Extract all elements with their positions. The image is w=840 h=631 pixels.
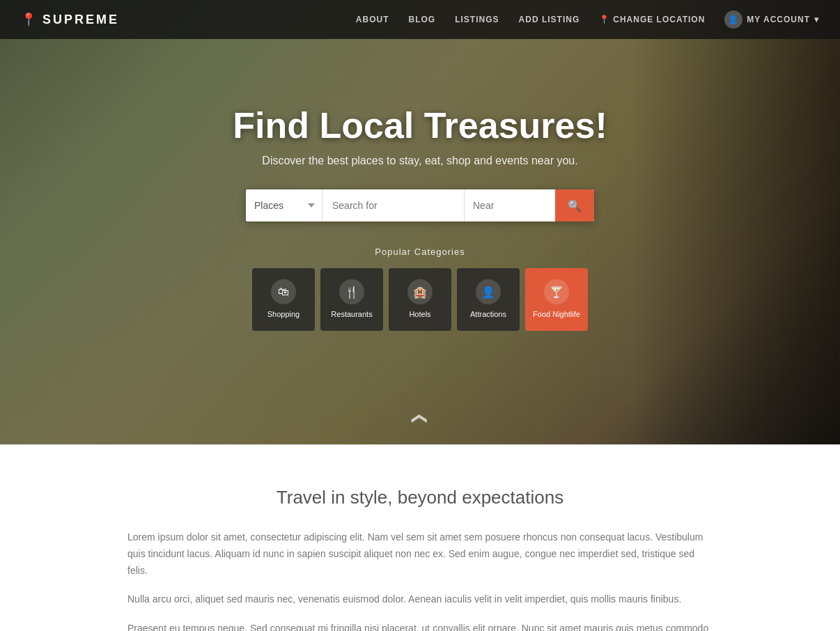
- nav-my-account[interactable]: 👤 MY ACCOUNT ▾: [724, 10, 819, 29]
- nav-change-location[interactable]: 📍CHANGE LOCATION: [599, 15, 705, 24]
- nav-about[interactable]: ABOUT: [356, 15, 389, 24]
- categories-label: Popular Categories: [375, 247, 465, 257]
- logo-text: SUPREME: [42, 13, 119, 27]
- nav-links: ABOUT BLOG LISTINGS ADD LISTING 📍CHANGE …: [356, 10, 819, 29]
- logo[interactable]: 📍 SUPREME: [21, 12, 119, 27]
- category-attractions[interactable]: 👤 Attractions: [457, 268, 520, 331]
- account-avatar: 👤: [724, 10, 742, 29]
- content-body: Lorem ipsum dolor sit amet, consectetur …: [127, 529, 713, 631]
- shopping-icon: 🛍: [271, 279, 296, 304]
- category-food-nightlife-label: Food Nightlife: [533, 310, 580, 319]
- search-bar: Places Restaurants Hotels Shopping Attra…: [246, 189, 594, 221]
- category-hotels-label: Hotels: [409, 310, 430, 319]
- search-near-input[interactable]: [464, 189, 555, 221]
- categories-section: Popular Categories 🛍 Shopping 🍴 Restaura…: [252, 247, 588, 331]
- search-button[interactable]: 🔍: [555, 189, 594, 221]
- category-shopping[interactable]: 🛍 Shopping: [252, 268, 315, 331]
- categories-grid: 🛍 Shopping 🍴 Restaurants 🏨 Hotels 👤 Attr…: [252, 268, 588, 331]
- search-text-input[interactable]: [322, 189, 464, 221]
- category-hotels[interactable]: 🏨 Hotels: [389, 268, 451, 331]
- hotels-icon: 🏨: [407, 279, 433, 304]
- category-shopping-label: Shopping: [267, 310, 300, 319]
- content-section: Travel in style, beyond expectations Lor…: [0, 444, 840, 631]
- logo-pin-icon: 📍: [21, 12, 38, 27]
- hero-content: Find Local Treasures! Discover the best …: [0, 0, 840, 331]
- attractions-icon: 👤: [476, 279, 501, 304]
- scroll-down-arrow[interactable]: ❮: [411, 412, 429, 425]
- content-paragraph-1: Lorem ipsum dolor sit amet, consectetur …: [127, 529, 713, 579]
- navigation: 📍 SUPREME ABOUT BLOG LISTINGS ADD LISTIN…: [0, 0, 840, 39]
- category-attractions-label: Attractions: [470, 310, 506, 319]
- location-pin-icon: 📍: [599, 15, 610, 24]
- hero-subtitle: Discover the best places to stay, eat, s…: [262, 155, 577, 167]
- search-icon: 🔍: [568, 199, 582, 212]
- content-title: Travel in style, beyond expectations: [56, 487, 784, 508]
- restaurants-icon: 🍴: [339, 279, 364, 304]
- hero-title: Find Local Treasures!: [233, 104, 607, 146]
- nav-add-listing[interactable]: ADD LISTING: [519, 15, 580, 24]
- content-paragraph-3: Praesent eu tempus neque. Sed consequat …: [127, 621, 713, 631]
- nav-listings[interactable]: LISTINGS: [455, 15, 499, 24]
- category-food-nightlife[interactable]: 🍸 Food Nightlife: [525, 268, 588, 331]
- search-category-select[interactable]: Places Restaurants Hotels Shopping Attra…: [246, 189, 322, 221]
- category-restaurants-label: Restaurants: [331, 310, 372, 319]
- chevron-down-icon: ▾: [814, 15, 819, 24]
- hero-section: Find Local Treasures! Discover the best …: [0, 0, 840, 444]
- nav-blog[interactable]: BLOG: [409, 15, 436, 24]
- category-restaurants[interactable]: 🍴 Restaurants: [320, 268, 383, 331]
- food-nightlife-icon: 🍸: [544, 279, 569, 304]
- content-paragraph-2: Nulla arcu orci, aliquet sed mauris nec,…: [127, 591, 713, 608]
